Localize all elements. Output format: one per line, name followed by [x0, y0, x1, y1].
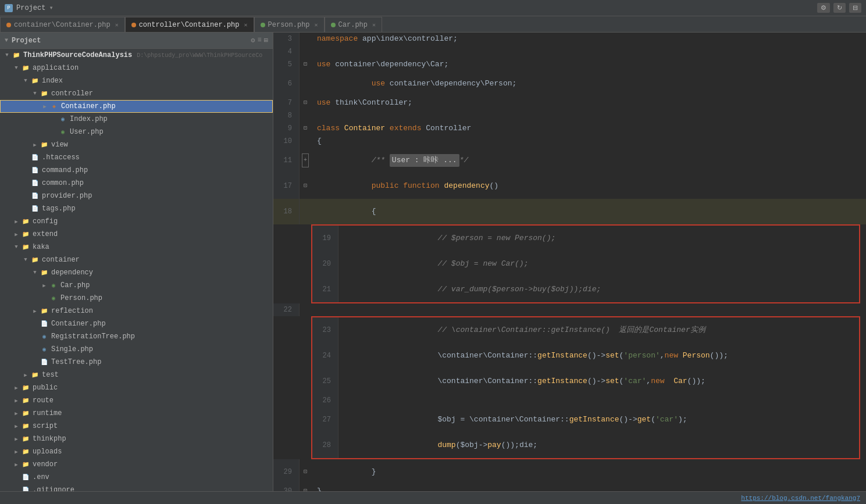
tree-reflection[interactable]: ▶ 📁 reflection — [0, 305, 273, 317]
common-php-label: common.php — [42, 179, 84, 187]
tab-dot-green — [261, 23, 265, 27]
status-url[interactable]: https://blog.csdn.net/fangkang7 — [741, 495, 860, 502]
tree-htaccess[interactable]: 📄 .htaccess — [0, 151, 273, 164]
tree-public[interactable]: ▶ 📁 public — [0, 381, 273, 394]
tree-user-php[interactable]: ◉ User.php — [0, 126, 273, 138]
code-line-10: 10 { — [273, 135, 866, 148]
line-num-27: 27 — [312, 407, 338, 432]
tab-car-php[interactable]: Car.php ✕ — [325, 17, 382, 32]
tab-close[interactable]: ✕ — [115, 22, 119, 28]
fn-dependency: dependency — [444, 180, 489, 192]
code-line-19: 19 // $person = new Person(); — [312, 226, 859, 251]
tree-test[interactable]: ▶ 📁 test — [0, 369, 273, 381]
code-content-4 — [311, 45, 866, 58]
public-arrow: ▶ — [12, 385, 21, 391]
refresh-btn[interactable]: ↻ — [833, 3, 846, 13]
tree-index[interactable]: ▼ 📁 index — [0, 74, 273, 87]
folder-icon-view: 📁 — [40, 140, 49, 149]
public-label: public — [33, 384, 58, 392]
comment-tooltip-11: User : 咔咔 ... — [390, 154, 459, 167]
code-line-27: 27 $obj = \container\Container::getInsta… — [312, 407, 859, 432]
red-box-1: 19 // $person = new Person(); 20 // $obj… — [311, 224, 860, 303]
status-text — [6, 495, 10, 502]
line-num-17: 17 — [273, 173, 300, 199]
tab-close-2[interactable]: ✕ — [244, 22, 248, 28]
settings-icon[interactable]: ⊞ — [264, 36, 268, 45]
tree-person-php[interactable]: ◉ Person.php — [0, 292, 273, 305]
cls-controller: Controller — [426, 122, 471, 135]
tree-controller[interactable]: ▼ 📁 controller — [0, 87, 273, 100]
tab-bar: container\Container.php ✕ controller\Con… — [0, 16, 866, 33]
tree-single-php[interactable]: ◉ Single.php — [0, 343, 273, 356]
tab-close-4[interactable]: ✕ — [372, 22, 376, 28]
dropdown-arrow[interactable]: ▾ — [49, 3, 53, 12]
car-php-arrow: ▶ — [40, 283, 49, 289]
application-label: application — [33, 64, 79, 72]
code-content-20: // $obj = new Car(); — [350, 251, 859, 277]
tree-runtime[interactable]: ▶ 📁 runtime — [0, 407, 273, 420]
tree-kaka[interactable]: ▼ 📁 kaka — [0, 241, 273, 253]
view-arrow: ▶ — [30, 142, 40, 148]
tree-extend[interactable]: ▶ 📁 extend — [0, 228, 273, 241]
code-line-22: 22 — [273, 303, 866, 316]
line-gutter-8 — [300, 109, 311, 122]
code-25c: ( — [619, 375, 624, 388]
tree-config[interactable]: ▶ 📁 config — [0, 215, 273, 228]
layout-btn[interactable]: ⊟ — [849, 3, 861, 13]
tree-uploads[interactable]: ▶ 📁 uploads — [0, 445, 273, 458]
comment-11: /** — [372, 154, 390, 167]
config-label: config — [33, 217, 58, 226]
tree-registration-tree-php[interactable]: ◉ RegistrationTree.php — [0, 330, 273, 343]
tree-tags-php[interactable]: 📄 tags.php — [0, 202, 273, 215]
tree-root[interactable]: ▼ 📁 ThinkPHPSourceCodeAnalysis D:\phpstu… — [0, 49, 273, 62]
code-content-28: dump($obj->pay());die; — [350, 432, 859, 458]
tree-script[interactable]: ▶ 📁 script — [0, 420, 273, 432]
code-content-8 — [311, 109, 866, 122]
container-arrow: ▶ — [40, 103, 49, 110]
tree-view[interactable]: ▶ 📁 view — [0, 138, 273, 151]
code-line-3: 3 namespace app\index\controller; — [273, 33, 866, 45]
tree-kaka-container-php[interactable]: 📄 Container.php — [0, 317, 273, 330]
code-25d: , — [646, 375, 651, 388]
code-24e: ()); — [710, 349, 728, 362]
file-icon-htaccess: 📄 — [30, 153, 40, 162]
code-line-24: 24 \container\Container::getInstance()->… — [312, 343, 859, 369]
editor[interactable]: 3 namespace app\index\controller; 4 5 ⊡ … — [273, 33, 866, 491]
gear-icon[interactable]: ⚙ — [251, 36, 255, 45]
fold-icon-11[interactable]: + — [302, 153, 309, 167]
tab-container-container-php[interactable]: container\Container.php ✕ — [0, 17, 125, 32]
fn-pay-28: pay — [487, 439, 501, 452]
code-line-30: 30 ⊡ } — [273, 485, 866, 491]
tree-container-php[interactable]: ▶ ◈ Container.php — [0, 100, 273, 113]
tree-provider-php[interactable]: 📄 provider.php — [0, 190, 273, 202]
tree-route[interactable]: ▶ 📁 route — [0, 394, 273, 407]
line-num-18: 18 — [273, 199, 300, 224]
code-content-5: use container\dependency\Car; — [311, 58, 866, 71]
root-arrow: ▼ — [2, 52, 12, 58]
tab-close-3[interactable]: ✕ — [315, 22, 318, 28]
tab-person-php[interactable]: Person.php ✕ — [254, 17, 325, 32]
settings-btn[interactable]: ⚙ — [817, 3, 830, 13]
tab-controller-container-php[interactable]: controller\Container.php ✕ — [125, 17, 254, 32]
tree-vendor[interactable]: ▶ 📁 vendor — [0, 458, 273, 471]
tree-test-tree-php[interactable]: 📄 TestTree.php — [0, 356, 273, 369]
tree-env[interactable]: 📄 .env — [0, 471, 273, 484]
tree-dependency[interactable]: ▼ 📁 dependency — [0, 266, 273, 279]
tree-index-php[interactable]: ◉ Index.php — [0, 113, 273, 126]
controller-label: controller — [51, 90, 93, 98]
line-gutter-21 — [338, 277, 350, 302]
tree-kaka-container[interactable]: ▼ 📁 container — [0, 253, 273, 266]
code-content-30: } — [311, 485, 866, 491]
collapse-icon[interactable]: ≡ — [258, 36, 262, 45]
tree-car-php[interactable]: ▶ ◉ Car.php — [0, 279, 273, 292]
tree-thinkphp[interactable]: ▶ 📁 thinkphp — [0, 432, 273, 445]
tree-common-php[interactable]: 📄 common.php — [0, 177, 273, 190]
code-content-10: { — [311, 135, 866, 148]
folder-icon-script: 📁 — [21, 421, 30, 431]
red-box-2: 23 // \container\Container::getInstance(… — [311, 316, 860, 459]
folder-icon-route: 📁 — [21, 396, 30, 405]
tree-gitignore[interactable]: 📄 .gitignore — [0, 484, 273, 491]
tree-application[interactable]: ▼ 📁 application — [0, 62, 273, 74]
tree-command-php[interactable]: 📄 command.php — [0, 164, 273, 177]
folder-icon-test: 📁 — [30, 370, 40, 380]
